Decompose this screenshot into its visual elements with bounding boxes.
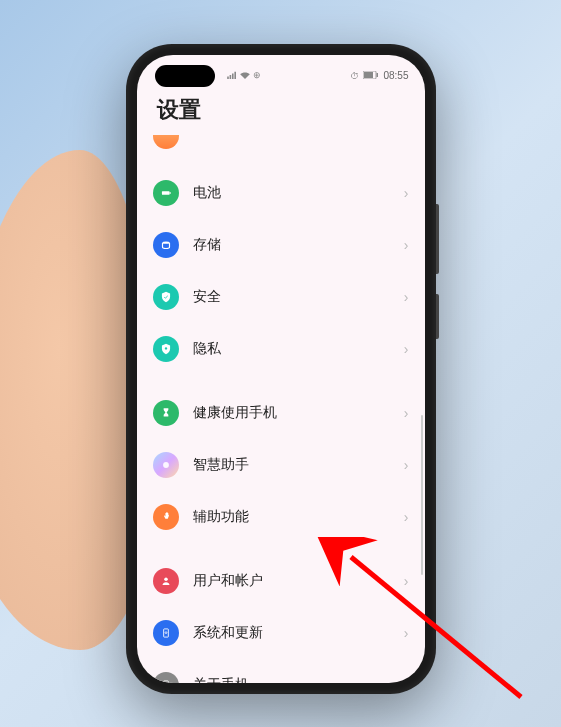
power-button [436,294,439,339]
partial-icon [153,135,179,149]
svg-point-7 [163,462,169,468]
svg-point-6 [164,347,166,349]
row-system-update[interactable]: 系统和更新 › [137,607,425,659]
assistant-icon [153,452,179,478]
row-label: 辅助功能 [193,508,404,526]
row-privacy[interactable]: 隐私 › [137,323,425,375]
row-digital-wellbeing[interactable]: 健康使用手机 › [137,387,425,439]
volume-button [436,204,439,274]
row-label: 健康使用手机 [193,404,404,422]
row-label: 电池 [193,184,404,202]
row-storage[interactable]: 存储 › [137,219,425,271]
svg-point-5 [162,241,169,243]
chevron-right-icon: › [404,341,409,357]
row-label: 系统和更新 [193,624,404,642]
row-label: 用户和帐户 [193,572,404,590]
svg-point-8 [164,577,168,581]
battery-icon [153,180,179,206]
storage-icon [153,232,179,258]
battery-icon [363,70,379,81]
extra-status-icon: ⊕ [253,70,261,81]
chevron-right-icon: › [404,237,409,253]
row-users-accounts[interactable]: 用户和帐户 › [137,555,425,607]
chevron-right-icon: › [404,625,409,641]
user-icon [153,568,179,594]
row-smart-assistant[interactable]: 智慧助手 › [137,439,425,491]
system-update-icon [153,620,179,646]
chevron-right-icon: › [404,509,409,525]
chevron-right-icon: › [404,677,409,683]
hourglass-icon [153,400,179,426]
row-about-phone[interactable]: 关于手机 › [137,659,425,683]
row-label: 关于手机 [193,676,404,683]
screen: ⊕ ⏱ 08:55 设置 电池 › [137,55,425,683]
hand-icon [153,504,179,530]
wifi-icon [240,70,250,81]
row-label: 安全 [193,288,404,306]
privacy-icon [153,336,179,362]
svg-rect-4 [169,192,170,194]
about-phone-icon [153,672,179,683]
svg-rect-1 [364,72,373,78]
row-label: 智慧助手 [193,456,404,474]
row-battery[interactable]: 电池 › [137,167,425,219]
chevron-right-icon: › [404,405,409,421]
alarm-icon: ⏱ [350,71,359,81]
row-partial-top[interactable] [137,135,425,167]
svg-rect-2 [377,73,379,77]
row-label: 隐私 [193,340,404,358]
svg-rect-3 [161,191,169,195]
row-label: 存储 [193,236,404,254]
row-accessibility[interactable]: 辅助功能 › [137,491,425,543]
chevron-right-icon: › [404,185,409,201]
phone-frame: ⊕ ⏱ 08:55 设置 电池 › [126,44,436,694]
chevron-right-icon: › [404,573,409,589]
camera-punch-hole [155,65,215,87]
chevron-right-icon: › [404,457,409,473]
settings-list[interactable]: 电池 › 存储 › 安全 › 隐私 [137,135,425,683]
page-title: 设置 [137,89,425,135]
row-security[interactable]: 安全 › [137,271,425,323]
chevron-right-icon: › [404,289,409,305]
signal-icon [227,70,237,81]
shield-icon [153,284,179,310]
status-time: 08:55 [383,70,408,81]
svg-rect-10 [163,680,168,682]
